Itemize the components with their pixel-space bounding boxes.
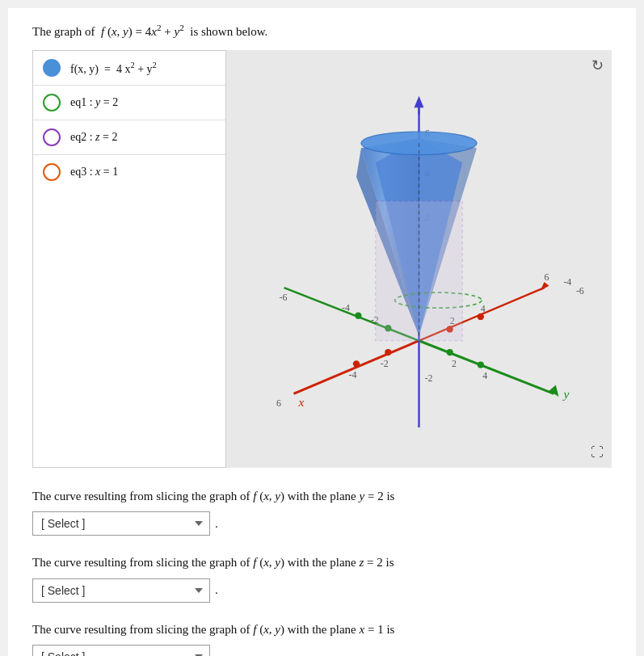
legend-item-eq2: eq2 : z = 2	[33, 120, 225, 155]
refresh-icon[interactable]: ↻	[591, 57, 604, 74]
question-text-3: The curve resulting from slicing the gra…	[32, 620, 612, 639]
fullscreen-icon[interactable]: ⛶	[591, 445, 604, 460]
select-dropdown-3[interactable]: [ Select ] a parabola an ellipse a circl…	[32, 645, 210, 656]
select-row-2: [ Select ] a parabola an ellipse a circl…	[32, 578, 612, 603]
question-block-3: The curve resulting from slicing the gra…	[32, 620, 612, 656]
svg-text:y: y	[562, 387, 569, 401]
svg-point-24	[446, 349, 452, 355]
svg-point-22	[355, 313, 361, 319]
select-dropdown-2[interactable]: [ Select ] a parabola an ellipse a circl…	[32, 578, 210, 603]
period-2: .	[215, 583, 218, 597]
svg-point-14	[353, 360, 360, 367]
svg-text:-2: -2	[425, 372, 433, 384]
svg-text:4: 4	[482, 370, 487, 381]
legend-dot-eq2	[43, 128, 61, 146]
legend-item-eq1: eq1 : y = 2	[33, 86, 225, 120]
graph-area: ↻ x y	[226, 50, 612, 468]
question-block-1: The curve resulting from slicing the gra…	[32, 487, 612, 536]
svg-text:4: 4	[481, 303, 486, 314]
svg-text:x: x	[297, 395, 304, 409]
graph-svg: x y -2 -4	[226, 50, 612, 468]
legend-label-eq2: eq2 : z = 2	[70, 131, 117, 144]
legend-label-fx: f(x, y) = 4 x2 + y2	[70, 61, 157, 76]
svg-text:-6: -6	[280, 292, 288, 303]
legend-dot-eq3	[43, 163, 61, 181]
legend-dot-eq1	[43, 94, 61, 111]
legend-item-fx: f(x, y) = 4 x2 + y2	[33, 51, 225, 86]
question-text-2: The curve resulting from slicing the gra…	[32, 553, 612, 572]
svg-point-18	[478, 313, 484, 320]
svg-point-12	[385, 349, 391, 355]
svg-text:-2: -2	[381, 358, 389, 369]
svg-text:6: 6	[276, 397, 281, 409]
svg-text:6: 6	[545, 271, 549, 283]
select-row-1: [ Select ] a parabola an ellipse a circl…	[32, 511, 612, 536]
legend-label-eq3: eq3 : x = 1	[70, 166, 118, 179]
legend-dot-fx	[43, 59, 61, 77]
select-row-3: [ Select ] a parabola an ellipse a circl…	[32, 645, 612, 656]
questions-section: The curve resulting from slicing the gra…	[32, 487, 612, 656]
select-dropdown-1[interactable]: [ Select ] a parabola an ellipse a circl…	[32, 511, 210, 536]
question-block-2: The curve resulting from slicing the gra…	[32, 553, 612, 603]
svg-text:-4: -4	[342, 302, 350, 313]
legend-panel: f(x, y) = 4 x2 + y2 eq1 : y = 2 eq2 : z …	[32, 50, 226, 468]
svg-text:-4: -4	[348, 369, 356, 381]
period-1: .	[215, 517, 218, 531]
question-text-1: The curve resulting from slicing the gra…	[32, 487, 612, 506]
page-container: The graph of f (x, y) = 4x2 + y2 is show…	[8, 8, 636, 656]
svg-point-26	[478, 361, 484, 368]
legend-label-eq1: eq1 : y = 2	[70, 96, 118, 109]
svg-text:2: 2	[452, 358, 457, 369]
intro-text: The graph of f (x, y) = 4x2 + y2 is show…	[32, 23, 612, 39]
period-3: .	[215, 650, 218, 656]
legend-item-eq3: eq3 : x = 1	[33, 155, 225, 189]
svg-text:-4: -4	[563, 276, 571, 288]
main-content: f(x, y) = 4 x2 + y2 eq1 : y = 2 eq2 : z …	[32, 50, 612, 468]
